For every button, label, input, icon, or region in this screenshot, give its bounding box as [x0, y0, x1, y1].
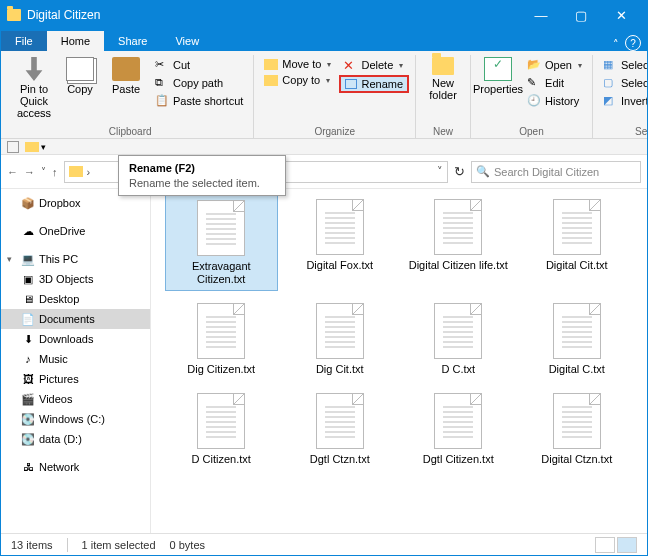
pin-to-quick-access-button[interactable]: Pin to Quick access: [13, 55, 55, 119]
chevron-down-icon[interactable]: ˅: [437, 165, 443, 178]
file-item[interactable]: Dgtl Citizen.txt: [402, 389, 515, 470]
file-item[interactable]: Digital Citizen life.txt: [402, 195, 515, 291]
chevron-icon: ▾: [7, 254, 12, 264]
nav-icon: 📄: [21, 312, 35, 326]
file-icon: [197, 393, 245, 449]
paste-button[interactable]: Paste: [105, 55, 147, 95]
invert-icon: ◩: [603, 94, 617, 108]
file-item[interactable]: D Citizen.txt: [165, 389, 278, 470]
move-to-button[interactable]: Move to▾: [260, 57, 335, 71]
open-button[interactable]: 📂Open▾: [523, 57, 586, 73]
edit-button[interactable]: ✎Edit: [523, 75, 586, 91]
file-icon: [316, 199, 364, 255]
forward-button[interactable]: →: [24, 166, 35, 178]
status-count: 13 items: [11, 539, 53, 551]
delete-button[interactable]: ✕Delete▾: [339, 57, 409, 73]
details-view-button[interactable]: [595, 537, 615, 553]
file-item[interactable]: Extravagant Citizen.txt: [165, 195, 278, 291]
ribbon-group-select: ▦Select all ▢Select none ◩Invert selecti…: [593, 55, 648, 139]
nav-item-videos[interactable]: 🎬Videos: [1, 389, 150, 409]
nav-item-onedrive[interactable]: ☁OneDrive: [1, 221, 150, 241]
select-none-button[interactable]: ▢Select none: [599, 75, 648, 91]
file-item[interactable]: Digital Fox.txt: [284, 195, 397, 291]
file-icon: [197, 200, 245, 256]
cut-button[interactable]: ✂Cut: [151, 57, 247, 73]
file-item[interactable]: Digital Cit.txt: [521, 195, 634, 291]
rename-button[interactable]: Rename: [339, 75, 409, 93]
nav-item-pictures[interactable]: 🖼Pictures: [1, 369, 150, 389]
nav-label: Network: [39, 461, 79, 473]
select-all-icon: ▦: [603, 58, 617, 72]
nav-icon: 💽: [21, 432, 35, 446]
help-button[interactable]: ?: [625, 35, 641, 51]
ribbon-collapse-button[interactable]: ˄: [613, 38, 619, 51]
file-icon: [434, 199, 482, 255]
file-list[interactable]: Extravagant Citizen.txtDigital Fox.txtDi…: [151, 189, 647, 533]
copy-button[interactable]: Copy: [59, 55, 101, 95]
search-input[interactable]: 🔍 Search Digital Citizen: [471, 161, 641, 183]
maximize-button[interactable]: ▢: [561, 1, 601, 29]
tab-share[interactable]: Share: [104, 31, 161, 51]
file-item[interactable]: Dig Citizen.txt: [165, 299, 278, 380]
file-name: Digital Cit.txt: [546, 259, 608, 272]
nav-label: This PC: [39, 253, 78, 265]
paste-shortcut-icon: 📋: [155, 94, 169, 108]
properties-button[interactable]: Properties: [477, 55, 519, 95]
file-item[interactable]: Dgtl Ctzn.txt: [284, 389, 397, 470]
delete-icon: ✕: [343, 58, 357, 72]
file-name: D Citizen.txt: [192, 453, 251, 466]
nav-item-downloads[interactable]: ⬇Downloads: [1, 329, 150, 349]
tab-file[interactable]: File: [1, 31, 47, 51]
back-button[interactable]: ←: [7, 166, 18, 178]
file-item[interactable]: Dig Cit.txt: [284, 299, 397, 380]
up-button[interactable]: ↑: [52, 166, 58, 178]
tab-view[interactable]: View: [161, 31, 213, 51]
cut-icon: ✂: [155, 58, 169, 72]
status-size: 0 bytes: [170, 539, 205, 551]
nav-item-music[interactable]: ♪Music: [1, 349, 150, 369]
nav-item-3d-objects[interactable]: ▣3D Objects: [1, 269, 150, 289]
copy-to-button[interactable]: Copy to▾: [260, 73, 335, 87]
select-none-icon: ▢: [603, 76, 617, 90]
nav-item-documents[interactable]: 📄Documents: [1, 309, 150, 329]
nav-item-dropbox[interactable]: 📦Dropbox: [1, 193, 150, 213]
file-icon: [553, 393, 601, 449]
history-dropdown[interactable]: ˅: [41, 166, 46, 177]
file-icon: [316, 393, 364, 449]
chevron-down-icon: ▾: [399, 61, 403, 70]
nav-icon: 📦: [21, 196, 35, 210]
select-all-button[interactable]: ▦Select all: [599, 57, 648, 73]
tab-home[interactable]: Home: [47, 31, 104, 51]
icons-view-button[interactable]: [617, 537, 637, 553]
invert-selection-button[interactable]: ◩Invert selection: [599, 93, 648, 109]
properties-icon: [484, 57, 512, 81]
tooltip-title: Rename (F2): [129, 162, 275, 174]
close-button[interactable]: ✕: [601, 1, 641, 29]
nav-item-data-d-[interactable]: 💽data (D:): [1, 429, 150, 449]
select-all-checkbox[interactable]: [7, 141, 19, 153]
nav-item-this-pc[interactable]: ▾💻This PC: [1, 249, 150, 269]
file-icon: [316, 303, 364, 359]
nav-icon: ⬇: [21, 332, 35, 346]
rename-icon: [345, 79, 357, 89]
file-icon: [553, 303, 601, 359]
file-item[interactable]: D C.txt: [402, 299, 515, 380]
chevron-down-icon[interactable]: ▾: [41, 142, 46, 152]
nav-icon: 🎬: [21, 392, 35, 406]
chevron-down-icon: ▾: [578, 61, 582, 70]
nav-label: Dropbox: [39, 197, 81, 209]
minimize-button[interactable]: —: [521, 1, 561, 29]
paste-shortcut-button[interactable]: 📋Paste shortcut: [151, 93, 247, 109]
nav-item-windows-c-[interactable]: 💽Windows (C:): [1, 409, 150, 429]
file-item[interactable]: Digital Ctzn.txt: [521, 389, 634, 470]
file-name: D C.txt: [441, 363, 475, 376]
nav-item-desktop[interactable]: 🖥Desktop: [1, 289, 150, 309]
refresh-button[interactable]: ↻: [454, 164, 465, 179]
new-folder-button[interactable]: New folder: [422, 55, 464, 101]
file-name: Digital Citizen life.txt: [409, 259, 508, 272]
nav-item-network[interactable]: 🖧Network: [1, 457, 150, 477]
copy-path-button[interactable]: ⧉Copy path: [151, 75, 247, 91]
navigation-pane: 📦Dropbox☁OneDrive▾💻This PC▣3D Objects🖥De…: [1, 189, 151, 533]
history-button[interactable]: 🕘History: [523, 93, 586, 109]
file-item[interactable]: Digital C.txt: [521, 299, 634, 380]
